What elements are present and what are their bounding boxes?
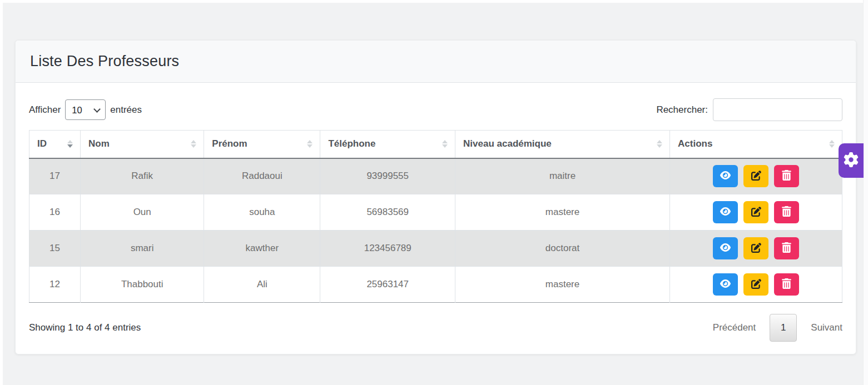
- view-button[interactable]: [713, 237, 738, 259]
- sort-arrows-icon: [191, 140, 196, 148]
- view-button[interactable]: [713, 165, 738, 187]
- settings-button[interactable]: [839, 143, 864, 178]
- trash-icon: [781, 242, 792, 254]
- pagination-previous[interactable]: Précédent: [713, 322, 756, 333]
- trash-icon: [781, 278, 792, 291]
- cell-telephone: 25963147: [320, 267, 455, 303]
- scrollbar-track[interactable]: [863, 0, 868, 385]
- search-label: Rechercher:: [656, 104, 708, 116]
- edit-icon: [751, 279, 761, 291]
- edit-button[interactable]: [743, 273, 768, 296]
- column-header-nom[interactable]: Nom: [81, 131, 204, 158]
- cell-nom: smari: [81, 231, 204, 267]
- cell-actions: [670, 194, 842, 231]
- card-body: Afficher 10 entrées Rechercher:: [16, 83, 856, 354]
- table-info: Showing 1 to 4 of 4 entries: [29, 322, 141, 333]
- column-header-id[interactable]: ID: [29, 131, 81, 158]
- professors-table: ID Nom Prénom Téléphone: [29, 130, 842, 303]
- cell-actions: [670, 158, 842, 194]
- cell-telephone: 123456789: [320, 231, 455, 267]
- cell-prenom: kawther: [204, 231, 320, 267]
- column-header-telephone[interactable]: Téléphone: [320, 131, 455, 158]
- cell-id: 17: [29, 158, 81, 194]
- cell-nom: Rafik: [81, 158, 204, 194]
- pagination: Précédent 1 Suivant: [713, 314, 842, 342]
- cell-id: 15: [29, 231, 81, 267]
- search-input[interactable]: [713, 98, 842, 121]
- column-header-label: ID: [37, 138, 47, 149]
- column-header-label: Niveau académique: [463, 138, 552, 149]
- cell-prenom: Ali: [204, 267, 320, 303]
- cell-prenom: souha: [204, 194, 320, 231]
- table-row: 17 Rafik Raddaoui 93999555 maitre: [29, 158, 842, 194]
- delete-button[interactable]: [774, 201, 799, 223]
- cell-prenom: Raddaoui: [204, 158, 320, 194]
- cell-nom: Thabbouti: [81, 267, 204, 303]
- length-select-wrap: 10: [65, 99, 106, 120]
- column-header-label: Prénom: [212, 138, 247, 149]
- table-header-row: ID Nom Prénom Téléphone: [29, 131, 842, 158]
- view-button[interactable]: [713, 273, 738, 296]
- eye-icon: [720, 242, 731, 254]
- cell-niveau: mastere: [455, 267, 670, 303]
- length-control: Afficher 10 entrées: [29, 99, 142, 120]
- cell-telephone: 93999555: [320, 158, 455, 194]
- cell-id: 12: [29, 267, 81, 303]
- view-button[interactable]: [713, 201, 738, 223]
- edit-button[interactable]: [743, 201, 768, 223]
- gear-icon: [844, 152, 859, 169]
- table-footer: Showing 1 to 4 of 4 entries Précédent 1 …: [29, 314, 842, 342]
- professors-card: Liste Des Professeurs Afficher 10 entrée…: [15, 40, 856, 354]
- sort-arrows-icon: [657, 140, 662, 148]
- cell-niveau: maitre: [455, 158, 670, 194]
- column-header-prenom[interactable]: Prénom: [204, 131, 320, 158]
- sort-arrows-icon: [442, 140, 448, 148]
- cell-niveau: mastere: [455, 194, 670, 231]
- table-controls: Afficher 10 entrées Rechercher:: [29, 98, 842, 121]
- edit-button[interactable]: [743, 237, 768, 259]
- card-header: Liste Des Professeurs: [16, 41, 856, 83]
- cell-telephone: 56983569: [320, 194, 455, 231]
- eye-icon: [720, 170, 731, 182]
- search-control: Rechercher:: [656, 98, 842, 121]
- edit-icon: [751, 171, 761, 182]
- sort-arrows-icon: [307, 140, 313, 148]
- length-select[interactable]: 10: [65, 99, 106, 120]
- pagination-next[interactable]: Suivant: [811, 322, 842, 333]
- trash-icon: [781, 206, 792, 218]
- page-title: Liste Des Professeurs: [30, 53, 179, 70]
- edit-icon: [751, 207, 761, 218]
- column-header-niveau[interactable]: Niveau académique: [455, 131, 670, 158]
- table-row: 15 smari kawther 123456789 doctorat: [29, 231, 842, 267]
- cell-actions: [670, 231, 842, 267]
- table-row: 12 Thabbouti Ali 25963147 mastere: [29, 267, 842, 303]
- column-header-label: Actions: [678, 138, 712, 149]
- eye-icon: [720, 206, 731, 218]
- table-row: 16 Oun souha 56983569 mastere: [29, 194, 842, 231]
- column-header-label: Nom: [88, 138, 110, 149]
- delete-button[interactable]: [774, 273, 799, 296]
- page: Liste Des Professeurs Afficher 10 entrée…: [0, 0, 868, 385]
- delete-button[interactable]: [774, 237, 799, 259]
- length-label-before: Afficher: [29, 104, 61, 116]
- cell-actions: [670, 267, 842, 303]
- sort-arrows-icon: [67, 140, 73, 148]
- edit-icon: [751, 243, 761, 254]
- column-header-label: Téléphone: [328, 138, 375, 149]
- pagination-page-1[interactable]: 1: [770, 314, 797, 342]
- edit-button[interactable]: [743, 165, 768, 187]
- trash-icon: [781, 170, 792, 182]
- sort-arrows-icon: [829, 140, 835, 148]
- length-label-after: entrées: [110, 104, 142, 116]
- cell-nom: Oun: [81, 194, 204, 231]
- eye-icon: [720, 278, 731, 291]
- column-header-actions[interactable]: Actions: [670, 131, 842, 158]
- cell-niveau: doctorat: [455, 231, 670, 267]
- delete-button[interactable]: [774, 165, 799, 187]
- cell-id: 16: [29, 194, 81, 231]
